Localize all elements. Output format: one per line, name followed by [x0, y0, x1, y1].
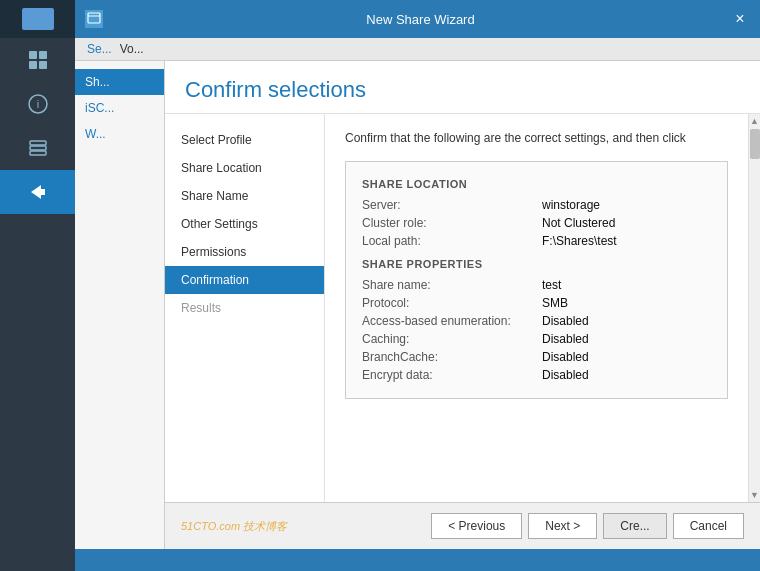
detail-row-localpath: Local path: F:\Shares\test — [362, 234, 711, 248]
sidebar-icon-arrow[interactable] — [0, 170, 75, 214]
svg-rect-0 — [29, 51, 37, 59]
wizard-header: Confirm selections — [165, 61, 760, 114]
window-title: New Share Wizard — [111, 12, 730, 27]
cancel-button[interactable]: Cancel — [673, 513, 744, 539]
share-location-heading: SHARE LOCATION — [362, 178, 711, 190]
content-area: Sh... iSC... W... Confirm selections Sel… — [75, 61, 760, 549]
detail-label-sharename: Share name: — [362, 278, 542, 292]
detail-label-abe: Access-based enumeration: — [362, 314, 542, 328]
nav-share-location[interactable]: Share Location — [165, 154, 324, 182]
confirm-box: SHARE LOCATION Server: winstorage Cluste… — [345, 161, 728, 399]
svg-rect-8 — [30, 151, 46, 155]
wizard-body: Select Profile Share Location Share Name… — [165, 114, 760, 502]
sidebar: i — [0, 0, 75, 571]
logo-icon — [22, 8, 54, 30]
sm-header-label: Se... — [87, 42, 112, 56]
wizard-content: Confirm that the following are the corre… — [325, 114, 748, 502]
left-panel-isc[interactable]: iSC... — [75, 95, 164, 121]
sidebar-icon-info[interactable]: i — [0, 82, 75, 126]
svg-rect-3 — [39, 61, 47, 69]
detail-value-protocol: SMB — [542, 296, 568, 310]
sidebar-icon-layers[interactable] — [0, 126, 75, 170]
svg-rect-7 — [30, 146, 46, 150]
detail-value-server: winstorage — [542, 198, 600, 212]
detail-label-server: Server: — [362, 198, 542, 212]
detail-row-abe: Access-based enumeration: Disabled — [362, 314, 711, 328]
status-bar-text — [83, 554, 86, 566]
wizard-scrollbar[interactable]: ▲ ▼ — [748, 114, 760, 502]
main-area: New Share Wizard × Se... Vo... Sh... iSC… — [75, 0, 760, 571]
share-properties-heading: SHARE PROPERTIES — [362, 258, 711, 270]
detail-value-caching: Disabled — [542, 332, 589, 346]
wizard-header-title: Confirm selections — [185, 77, 740, 103]
detail-value-localpath: F:\Shares\test — [542, 234, 617, 248]
left-panel-shares[interactable]: Sh... — [75, 69, 164, 95]
detail-value-branchcache: Disabled — [542, 350, 589, 364]
nav-permissions[interactable]: Permissions — [165, 238, 324, 266]
detail-label-caching: Caching: — [362, 332, 542, 346]
sm-header-vol: Vo... — [120, 42, 144, 56]
wizard-intro-text: Confirm that the following are the corre… — [345, 130, 728, 147]
nav-select-profile[interactable]: Select Profile — [165, 126, 324, 154]
scroll-down-button[interactable]: ▼ — [749, 488, 760, 502]
previous-button[interactable]: < Previous — [431, 513, 522, 539]
wizard-nav: Select Profile Share Location Share Name… — [165, 114, 325, 502]
detail-row-encrypt: Encrypt data: Disabled — [362, 368, 711, 382]
sidebar-logo — [0, 0, 75, 38]
nav-share-name[interactable]: Share Name — [165, 182, 324, 210]
detail-row-cluster: Cluster role: Not Clustered — [362, 216, 711, 230]
detail-value-cluster: Not Clustered — [542, 216, 615, 230]
watermark-text: 51CTO.com 技术博客 — [181, 519, 287, 534]
left-panel: Sh... iSC... W... — [75, 61, 165, 549]
svg-rect-2 — [29, 61, 37, 69]
svg-rect-1 — [39, 51, 47, 59]
close-button[interactable]: × — [730, 9, 750, 29]
svg-rect-10 — [88, 13, 100, 23]
nav-other-settings[interactable]: Other Settings — [165, 210, 324, 238]
wizard-footer: 51CTO.com 技术博客 < Previous Next > Cre... … — [165, 502, 760, 549]
detail-row-server: Server: winstorage — [362, 198, 711, 212]
next-button[interactable]: Next > — [528, 513, 597, 539]
wizard-area: Confirm selections Select Profile Share … — [165, 61, 760, 549]
svg-rect-6 — [30, 141, 46, 145]
left-panel-w[interactable]: W... — [75, 121, 164, 147]
detail-value-sharename: test — [542, 278, 561, 292]
detail-label-cluster: Cluster role: — [362, 216, 542, 230]
wizard-icon — [85, 10, 103, 28]
detail-row-branchcache: BranchCache: Disabled — [362, 350, 711, 364]
scroll-track — [749, 160, 760, 488]
detail-label-localpath: Local path: — [362, 234, 542, 248]
detail-label-protocol: Protocol: — [362, 296, 542, 310]
nav-confirmation[interactable]: Confirmation — [165, 266, 324, 294]
detail-value-abe: Disabled — [542, 314, 589, 328]
detail-row-protocol: Protocol: SMB — [362, 296, 711, 310]
detail-value-encrypt: Disabled — [542, 368, 589, 382]
sidebar-icon-dashboard[interactable] — [0, 38, 75, 82]
nav-results: Results — [165, 294, 324, 322]
scroll-up-button[interactable]: ▲ — [749, 114, 760, 128]
detail-row-caching: Caching: Disabled — [362, 332, 711, 346]
svg-marker-9 — [31, 185, 45, 199]
sm-header: Se... Vo... — [75, 38, 760, 61]
create-button[interactable]: Cre... — [603, 513, 666, 539]
svg-text:i: i — [36, 98, 38, 110]
title-bar: New Share Wizard × — [75, 0, 760, 38]
detail-row-sharename: Share name: test — [362, 278, 711, 292]
detail-label-branchcache: BranchCache: — [362, 350, 542, 364]
status-bar — [75, 549, 760, 571]
scroll-thumb[interactable] — [750, 129, 760, 159]
detail-label-encrypt: Encrypt data: — [362, 368, 542, 382]
